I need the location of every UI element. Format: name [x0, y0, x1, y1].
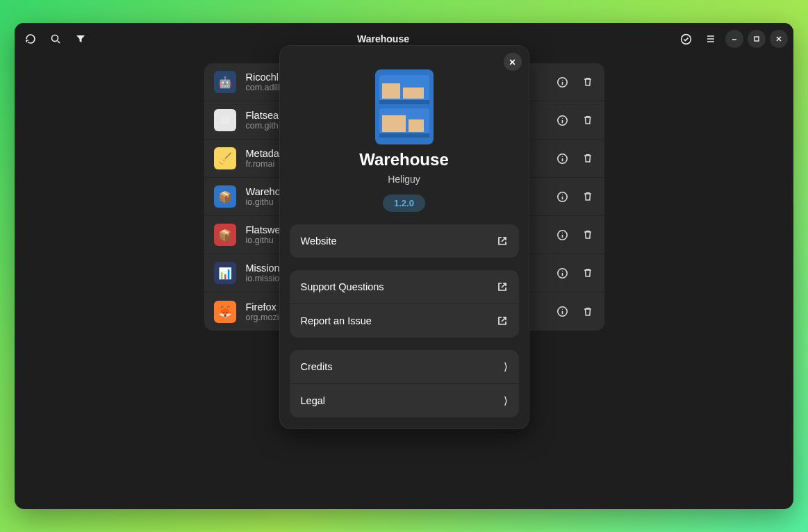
- check-circle-icon: [680, 33, 692, 45]
- about-issue-link[interactable]: Report an Issue: [290, 304, 519, 338]
- about-item-label: Website: [301, 235, 337, 247]
- app-icon: 📦: [214, 224, 236, 246]
- svg-point-14: [562, 270, 563, 271]
- close-window-button[interactable]: [770, 30, 788, 48]
- app-info-button[interactable]: [550, 260, 575, 285]
- about-app-name: Warehouse: [280, 150, 529, 169]
- app-delete-button[interactable]: [575, 146, 600, 171]
- minimize-icon: [731, 35, 738, 42]
- app-icon: 🤖: [214, 71, 236, 93]
- app-name-label: Flatsea: [246, 110, 279, 121]
- about-item-label: Report an Issue: [301, 315, 372, 326]
- app-info-button[interactable]: [550, 222, 575, 247]
- external-link-icon: [497, 235, 508, 247]
- search-icon: [50, 33, 61, 44]
- main-menu-button[interactable]: [700, 28, 721, 49]
- app-name-label: Ricochli: [246, 72, 283, 83]
- app-name-label: Firefox: [246, 301, 279, 313]
- app-name-label: Metada: [246, 148, 279, 159]
- app-info-button[interactable]: [550, 299, 575, 324]
- app-delete-button[interactable]: [575, 184, 600, 209]
- info-icon: [556, 76, 568, 88]
- svg-rect-20: [382, 83, 400, 99]
- app-id-label: io.githu: [246, 197, 281, 207]
- svg-rect-23: [409, 119, 424, 132]
- app-id-label: com.gith: [246, 121, 279, 131]
- info-icon: [556, 229, 568, 241]
- app-delete-button[interactable]: [575, 108, 600, 133]
- minimize-button[interactable]: [725, 30, 743, 48]
- about-author: Heliguy: [280, 174, 529, 185]
- app-info-button[interactable]: [550, 69, 575, 94]
- chevron-right-icon: ⟩: [504, 361, 508, 372]
- info-icon: [556, 267, 568, 279]
- about-website-link[interactable]: Website: [290, 224, 519, 258]
- maximize-icon: [753, 35, 760, 42]
- about-links-group-2: Support Questions Report an Issue: [290, 270, 519, 338]
- svg-rect-25: [379, 133, 429, 138]
- app-delete-button[interactable]: [575, 69, 600, 94]
- app-name-label: Wareho: [246, 186, 281, 197]
- app-id-label: org.mozi: [246, 313, 279, 322]
- search-button[interactable]: [45, 28, 66, 49]
- app-id-label: fr.romai: [246, 159, 279, 169]
- svg-point-10: [562, 194, 563, 194]
- close-icon: [775, 35, 782, 42]
- svg-rect-22: [382, 115, 406, 132]
- trash-icon: [582, 191, 593, 202]
- app-delete-button[interactable]: [575, 260, 600, 285]
- external-link-icon: [497, 281, 508, 292]
- info-icon: [556, 306, 568, 317]
- app-info-button[interactable]: [550, 184, 575, 209]
- trash-icon: [582, 76, 593, 88]
- app-icon: 📊: [214, 262, 236, 284]
- info-icon: [556, 115, 568, 126]
- about-close-button[interactable]: [504, 53, 522, 71]
- app-icon: 🧹: [214, 147, 236, 169]
- funnel-icon: [75, 33, 86, 44]
- info-icon: [556, 191, 568, 203]
- trash-icon: [582, 229, 593, 240]
- app-text: Flatsea com.gith: [246, 110, 279, 131]
- close-icon: [509, 58, 516, 66]
- refresh-icon: [25, 33, 36, 44]
- about-item-label: Legal: [301, 395, 325, 406]
- svg-point-0: [52, 35, 58, 42]
- app-window: Warehouse 🤖 Ricochli com.adilh: [15, 23, 793, 509]
- about-item-label: Credits: [301, 361, 333, 372]
- maximize-button[interactable]: [748, 30, 766, 48]
- svg-rect-21: [403, 88, 424, 99]
- selection-mode-button[interactable]: [675, 28, 696, 49]
- about-credits-link[interactable]: Credits ⟩: [290, 350, 519, 384]
- app-id-label: io.missio: [246, 274, 280, 283]
- trash-icon: [582, 153, 593, 164]
- svg-point-8: [562, 156, 563, 156]
- hamburger-icon: [705, 33, 716, 44]
- svg-rect-24: [379, 100, 429, 104]
- about-version-badge[interactable]: 1.2.0: [383, 194, 425, 212]
- window-title: Warehouse: [91, 33, 675, 44]
- about-legal-link[interactable]: Legal ⟩: [290, 384, 519, 417]
- refresh-button[interactable]: [20, 28, 41, 49]
- app-text: Firefox org.mozi: [246, 301, 279, 322]
- filter-button[interactable]: [70, 28, 91, 49]
- app-text: Ricochli com.adilh: [246, 72, 283, 92]
- svg-point-4: [562, 79, 563, 80]
- about-app-icon: [374, 68, 435, 146]
- app-text: Wareho io.githu: [246, 186, 281, 207]
- app-text: Metada fr.romai: [246, 148, 279, 169]
- app-id-label: io.githu: [246, 235, 281, 245]
- app-delete-button[interactable]: [575, 222, 600, 247]
- app-delete-button[interactable]: [575, 299, 600, 324]
- trash-icon: [582, 267, 593, 279]
- about-dialog: Warehouse Heliguy 1.2.0 Website Support …: [279, 45, 529, 429]
- about-support-link[interactable]: Support Questions: [290, 270, 519, 304]
- about-links-group-3: Credits ⟩ Legal ⟩: [290, 350, 519, 417]
- app-info-button[interactable]: [550, 108, 575, 133]
- info-icon: [556, 153, 568, 165]
- app-icon: 📦: [214, 185, 236, 208]
- svg-rect-2: [755, 37, 759, 41]
- about-item-label: Support Questions: [301, 281, 384, 292]
- svg-point-12: [562, 232, 563, 233]
- app-info-button[interactable]: [550, 146, 575, 171]
